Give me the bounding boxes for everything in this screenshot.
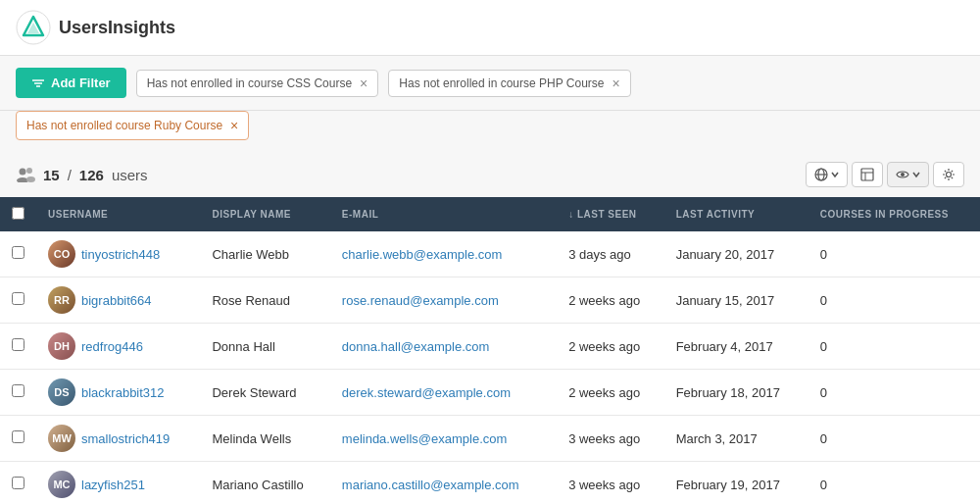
display-name-text: Rose Renaud — [212, 293, 290, 308]
logo-icon — [16, 10, 51, 45]
row-checkbox-cell — [0, 416, 36, 462]
email-cell: donna.hall@example.com — [330, 324, 557, 370]
email-text[interactable]: mariano.castillo@example.com — [342, 478, 519, 492]
select-all-header — [0, 197, 36, 231]
filter-row-2: Has not enrolled course Ruby Course × — [0, 111, 980, 152]
display-name-cell: Melinda Wells — [200, 416, 329, 462]
eye-icon — [896, 168, 909, 181]
remove-php-filter[interactable]: × — [612, 76, 620, 90]
last-activity-text: January 15, 2017 — [676, 293, 774, 308]
table-row: DH redfrog446 Donna Hall donna.hall@exam… — [0, 324, 980, 370]
col-display-name: DISPLAY NAME — [200, 197, 329, 231]
avatar: MC — [48, 471, 75, 498]
courses-in-progress-cell: 0 — [808, 462, 980, 505]
row-checkbox[interactable] — [12, 477, 24, 489]
email-cell: mariano.castillo@example.com — [330, 462, 557, 505]
last-seen-text: 2 weeks ago — [568, 385, 640, 400]
filter-css: Has not enrolled in course CSS Course × — [136, 70, 379, 97]
username-text[interactable]: blackrabbit312 — [81, 385, 165, 400]
select-all-checkbox[interactable] — [12, 207, 24, 220]
last-activity-text: February 19, 2017 — [676, 478, 780, 492]
display-name-cell: Charlie Webb — [200, 231, 329, 277]
last-seen-text: 3 weeks ago — [568, 431, 640, 446]
globe-view-button[interactable] — [806, 162, 848, 187]
last-seen-cell: 3 days ago — [557, 231, 664, 277]
courses-in-progress-cell: 0 — [808, 231, 980, 277]
courses-count: 0 — [820, 385, 827, 400]
row-checkbox[interactable] — [12, 246, 24, 259]
username-cell: DS blackrabbit312 — [36, 370, 200, 416]
row-checkbox[interactable] — [12, 292, 24, 305]
row-checkbox[interactable] — [12, 430, 24, 443]
remove-ruby-filter[interactable]: × — [230, 118, 238, 133]
last-activity-cell: February 4, 2017 — [664, 324, 808, 370]
remove-css-filter[interactable]: × — [360, 76, 368, 90]
username-text[interactable]: bigrabbit664 — [81, 293, 152, 308]
table-header-row: USERNAME DISPLAY NAME E-MAIL ↓ LAST SEEN… — [0, 197, 980, 231]
courses-in-progress-cell: 0 — [808, 324, 980, 370]
last-seen-text: 3 days ago — [568, 247, 631, 262]
avatar: DH — [48, 332, 75, 360]
row-checkbox-cell — [0, 370, 36, 416]
email-text[interactable]: rose.renaud@example.com — [342, 293, 499, 308]
last-activity-cell: February 18, 2017 — [664, 370, 808, 416]
last-activity-cell: February 19, 2017 — [664, 462, 808, 505]
last-seen-text: 2 weeks ago — [568, 293, 640, 308]
email-text[interactable]: donna.hall@example.com — [342, 339, 490, 354]
last-seen-cell: 2 weeks ago — [557, 277, 664, 324]
last-seen-text: 2 weeks ago — [568, 339, 640, 354]
last-seen-cell: 3 weeks ago — [557, 462, 664, 505]
courses-in-progress-cell: 0 — [808, 277, 980, 324]
username-text[interactable]: smallostrich419 — [81, 431, 170, 446]
svg-point-9 — [26, 176, 35, 182]
courses-count: 0 — [820, 478, 827, 492]
last-seen-cell: 2 weeks ago — [557, 370, 664, 416]
last-activity-text: March 3, 2017 — [676, 431, 758, 446]
last-activity-text: February 4, 2017 — [676, 339, 773, 354]
display-name-text: Melinda Wells — [212, 431, 291, 446]
username-text[interactable]: lazyfish251 — [81, 478, 145, 492]
eye-view-button[interactable] — [887, 162, 929, 187]
username-cell: RR bigrabbit664 — [36, 277, 200, 324]
toolbar: Add Filter Has not enrolled in course CS… — [0, 56, 980, 111]
last-activity-cell: January 20, 2017 — [664, 231, 808, 277]
table-row: MC lazyfish251 Mariano Castillo mariano.… — [0, 462, 980, 505]
courses-count: 0 — [820, 431, 827, 446]
display-name-cell: Donna Hall — [200, 324, 329, 370]
row-checkbox-cell — [0, 231, 36, 277]
col-last-seen[interactable]: ↓ LAST SEEN — [557, 197, 664, 231]
display-name-text: Mariano Castillo — [212, 478, 303, 492]
row-checkbox-cell — [0, 324, 36, 370]
row-checkbox[interactable] — [12, 384, 24, 397]
username-text[interactable]: tinyostrich448 — [81, 247, 160, 262]
svg-point-8 — [26, 168, 32, 174]
app-name: UsersInsights — [59, 18, 175, 38]
row-checkbox[interactable] — [12, 338, 24, 351]
username-text[interactable]: redfrog446 — [81, 339, 143, 354]
display-name-text: Donna Hall — [212, 339, 274, 354]
avatar: CO — [48, 240, 75, 268]
courses-in-progress-cell: 0 — [808, 416, 980, 462]
last-seen-cell: 3 weeks ago — [557, 416, 664, 462]
courses-count: 0 — [820, 339, 827, 354]
display-name-cell: Rose Renaud — [200, 277, 329, 324]
filter-ruby: Has not enrolled course Ruby Course × — [16, 111, 249, 140]
row-checkbox-cell — [0, 277, 36, 324]
display-name-text: Charlie Webb — [212, 247, 289, 262]
table-row: DS blackrabbit312 Derek Steward derek.st… — [0, 370, 980, 416]
table-row: CO tinyostrich448 Charlie Webb charlie.w… — [0, 231, 980, 277]
add-filter-button[interactable]: Add Filter — [16, 68, 126, 98]
table-view-button[interactable] — [852, 162, 883, 187]
email-text[interactable]: charlie.webb@example.com — [342, 247, 503, 262]
username-cell: MC lazyfish251 — [36, 462, 200, 505]
avatar: MW — [48, 425, 75, 452]
email-text[interactable]: melinda.wells@example.com — [342, 431, 508, 446]
users-table: USERNAME DISPLAY NAME E-MAIL ↓ LAST SEEN… — [0, 197, 980, 504]
globe-icon — [814, 168, 828, 181]
courses-count: 0 — [820, 247, 827, 262]
filter-php: Has not enrolled in course PHP Course × — [388, 70, 630, 97]
settings-view-button[interactable] — [933, 162, 964, 187]
settings-icon — [942, 168, 956, 181]
username-cell: CO tinyostrich448 — [36, 231, 200, 277]
email-text[interactable]: derek.steward@example.com — [342, 385, 511, 400]
